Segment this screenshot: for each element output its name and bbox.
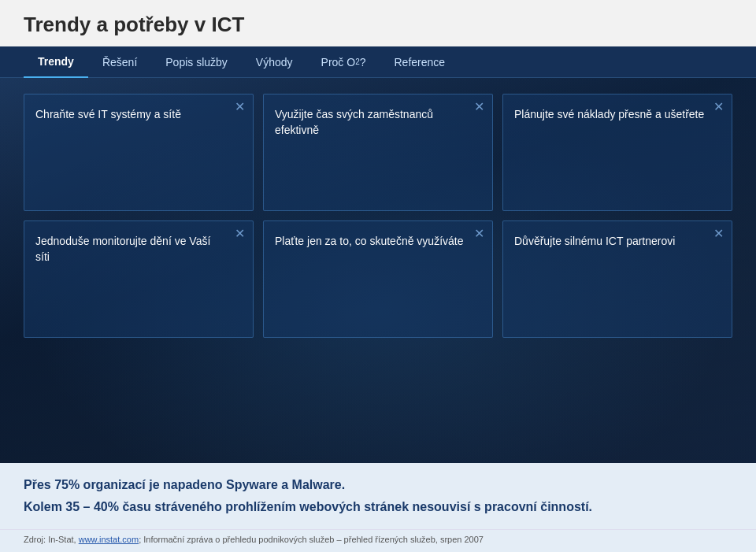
card-5-close-icon[interactable]: ✕ xyxy=(474,228,484,240)
card-6-text: Důvěřujte silnému ICT partnerovi xyxy=(514,234,691,250)
navigation-bar: Trendy Řešení Popis služby Výhody Proč O… xyxy=(0,46,756,78)
nav-item-reseni[interactable]: Řešení xyxy=(88,46,151,78)
stat-1: Přes 75% organizací je napadeno Spyware … xyxy=(24,476,732,495)
nav-item-proc[interactable]: Proč O2? xyxy=(307,46,380,78)
card-3[interactable]: ✕ Plánujte své náklady přesně a ušetřete xyxy=(502,94,732,211)
card-2-text: Využijte čas svých zaměstnanců efektivně xyxy=(275,107,481,138)
nav-item-popis[interactable]: Popis služby xyxy=(151,46,242,78)
card-5[interactable]: ✕ Plaťte jen za to, co skutečně využívát… xyxy=(263,220,493,338)
card-2[interactable]: ✕ Využijte čas svých zaměstnanců efektiv… xyxy=(263,94,493,211)
card-1-text: Chraňte své IT systémy a sítě xyxy=(35,107,197,123)
footer: Zdroj: In-Stat, www.instat.com; Informač… xyxy=(0,529,756,552)
card-3-text: Plánujte své náklady přesně a ušetřete xyxy=(514,107,720,123)
card-5-text: Plaťte jen za to, co skutečně využíváte xyxy=(275,234,480,250)
cards-area: ✕ Chraňte své IT systémy a sítě ✕ Využij… xyxy=(0,78,756,463)
card-6[interactable]: ✕ Důvěřujte silnému ICT partnerovi xyxy=(502,220,732,338)
card-4[interactable]: ✕ Jednoduše monitorujte dění ve Vaší sít… xyxy=(24,220,254,338)
card-4-close-icon[interactable]: ✕ xyxy=(235,228,245,240)
stats-area: Přes 75% organizací je napadeno Spyware … xyxy=(0,463,756,529)
cards-grid: ✕ Chraňte své IT systémy a sítě ✕ Využij… xyxy=(24,94,732,338)
footer-link[interactable]: www.instat.com xyxy=(79,535,139,544)
card-3-close-icon[interactable]: ✕ xyxy=(713,101,724,113)
page-container: Trendy a potřeby v ICT Trendy Řešení Pop… xyxy=(0,0,756,552)
page-title-area: Trendy a potřeby v ICT xyxy=(0,0,756,46)
page-title: Trendy a potřeby v ICT xyxy=(24,13,732,37)
card-6-close-icon[interactable]: ✕ xyxy=(713,228,724,240)
footer-text: Zdroj: In-Stat, www.instat.com; Informač… xyxy=(24,535,732,544)
stat-2: Kolem 35 – 40% času stráveného prohlížen… xyxy=(24,498,732,517)
card-1[interactable]: ✕ Chraňte své IT systémy a sítě xyxy=(24,94,254,211)
nav-item-trendy[interactable]: Trendy xyxy=(24,46,88,78)
card-4-text: Jednoduše monitorujte dění ve Vaší síti xyxy=(35,234,242,265)
card-2-close-icon[interactable]: ✕ xyxy=(474,101,484,113)
card-1-close-icon[interactable]: ✕ xyxy=(235,101,245,113)
nav-item-reference[interactable]: Reference xyxy=(380,46,460,78)
nav-item-vyhody[interactable]: Výhody xyxy=(242,46,307,78)
